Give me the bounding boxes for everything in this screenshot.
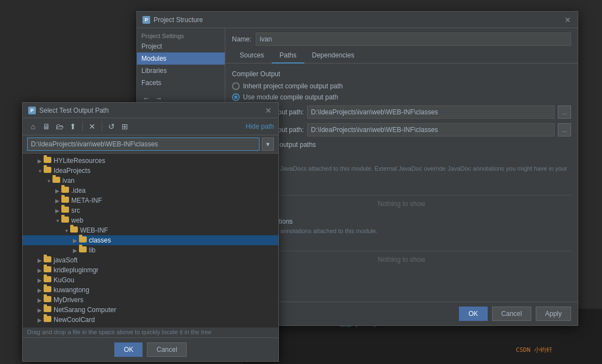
tree-item-idea[interactable]: ▶ .idea [23,186,278,196]
sp-close-button[interactable]: ✕ [264,106,273,115]
output-path-browse-button[interactable]: … [558,105,571,119]
radio-inherit[interactable]: Inherit project compile output path [232,82,571,90]
folder-icon [44,276,51,284]
tree-item-NetSarang[interactable]: ▶ NetSarang Computer [23,305,278,315]
toggle-WEB-INF[interactable]: ▾ [62,228,70,234]
tree-item-javaSoft[interactable]: ▶ javaSoft [23,255,278,265]
tree-label-src: src [71,207,80,214]
toggle-idea[interactable]: ▶ [54,188,61,194]
test-output-path-row: Test output path: … [232,123,571,136]
toggle-MyDrivers[interactable]: ▶ [36,297,44,303]
sidebar-item-modules[interactable]: Modules [137,52,225,65]
tree-label-web: web [71,217,83,224]
test-output-path-browse-button[interactable]: … [558,123,571,136]
sp-ok-button[interactable]: OK [114,342,142,357]
toggle-classes[interactable]: ▶ [71,238,79,244]
tree-item-NewCoolCard[interactable]: ▶ NewCoolCard [23,315,278,325]
ps-tabs: Sources Paths Dependencies [225,48,578,64]
sidebar-item-libraries[interactable]: Libraries [137,65,225,77]
folder-icon [44,256,51,264]
tree-item-kridlepluginmgr[interactable]: ▶ kridlepluginmgr [23,265,278,275]
tab-dependencies[interactable]: Dependencies [304,48,362,64]
tree-label-kridlepluginmgr: kridlepluginmgr [54,266,98,274]
tree-item-MyDrivers[interactable]: ▶ MyDrivers [23,295,278,305]
toolbar-home-button[interactable]: ⌂ [27,120,39,133]
external-annotations-desc: Manage external annotations attached to … [232,228,571,234]
toggle-kridlepluginmgr[interactable]: ▶ [36,267,44,273]
tree-item-HYLiteResources[interactable]: ▶ HYLiteResources [23,156,278,166]
external-annotations-section: External Annotations Manage external ann… [232,218,571,268]
toggle-web[interactable]: ▾ [54,218,61,224]
tree-label-ivan: ivan [62,177,75,184]
tree-item-META-INF[interactable]: ▶ META-INF [23,196,278,205]
tree-label-HYLiteResources: HYLiteResources [54,157,105,165]
tree-label-kuwangtong: kuwangtong [54,286,89,294]
toolbar-refresh-button[interactable]: ↺ [105,120,118,133]
tree-item-web[interactable]: ▾ web [23,215,278,225]
apply-button[interactable]: Apply [536,307,571,321]
cancel-button[interactable]: Cancel [492,307,531,321]
sp-title-text: Select Test Output Path [39,107,109,114]
tree-label-javaSoft: javaSoft [54,256,77,264]
tab-sources[interactable]: Sources [232,48,272,64]
test-output-path-input[interactable] [307,123,555,136]
tree-item-src[interactable]: ▶ src [23,205,278,215]
toggle-javaSoft[interactable]: ▶ [36,257,44,263]
toggle-NewCoolCard[interactable]: ▶ [36,317,44,323]
tree-item-KuGou[interactable]: ▶ KuGou [23,275,278,285]
tree-label-MyDrivers: MyDrivers [54,296,83,304]
ok-button[interactable]: OK [459,307,487,321]
toggle-kuwangtong[interactable]: ▶ [36,287,44,293]
name-input[interactable] [256,33,571,46]
toggle-IdeaProjects[interactable]: ▾ [36,168,44,174]
folder-icon [70,226,78,234]
toggle-ivan[interactable]: ▾ [45,178,52,184]
radio-module[interactable]: Use module compile output path [232,93,571,101]
tree-item-ivan[interactable]: ▾ ivan [23,176,278,186]
tree-item-kuwangtong[interactable]: ▶ kuwangtong [23,285,278,295]
folder-icon [61,217,69,224]
toolbar-separator-1 [82,122,83,131]
toggle-META-INF[interactable]: ▶ [54,198,61,204]
toggle-lib[interactable]: ▶ [71,247,79,254]
tree-item-WEB-INF[interactable]: ▾ WEB-INF [23,225,278,235]
dialog-close-button[interactable]: ✕ [563,15,572,24]
radio-inherit-label: Inherit project compile output path [243,82,343,90]
toolbar-up-button[interactable]: ⬆ [67,120,79,133]
javadoc-desc: Manage external JavaDocs attached to thi… [232,165,571,178]
hide-path-link[interactable]: Hide path [246,123,274,130]
sp-footer: OK Cancel [23,337,278,361]
sp-cancel-button[interactable]: Cancel [147,342,186,357]
sidebar-item-project[interactable]: Project [137,40,225,52]
toggle-KuGou[interactable]: ▶ [36,277,44,283]
tree-item-lib[interactable]: ▶ lib [23,245,278,255]
name-label: Name: [232,35,251,43]
sp-path-input[interactable] [27,138,260,151]
output-path-input[interactable] [307,105,555,119]
tree-item-classes[interactable]: ▶ classes [23,235,278,245]
toolbar-desktop-button[interactable]: 🖥 [40,120,52,133]
toggle-HYLiteResources[interactable]: ▶ [36,158,44,164]
tab-paths[interactable]: Paths [272,48,304,64]
radio-circle-inherit [232,82,240,90]
folder-icon [44,157,51,165]
dialog-title-left: P Project Structure [142,16,203,24]
output-path-row: Output path: … [232,105,571,119]
tree-item-IdeaProjects[interactable]: ▾ IdeaProjects [23,166,278,176]
folder-icon [44,316,51,324]
toggle-src[interactable]: ▶ [54,208,61,214]
toggle-NetSarang[interactable]: ▶ [36,307,44,313]
sp-path-dropdown-button[interactable]: ▾ [262,138,274,151]
folder-icon [44,306,51,314]
folder-icon [79,236,87,244]
ext-annotations-toolbar: + − [232,238,571,249]
sp-path-row: ▾ [23,135,278,154]
toolbar-new-folder-button[interactable]: 🗁 [54,120,66,133]
sidebar-item-facets[interactable]: Facets [137,77,225,89]
select-path-dialog: P Select Test Output Path ✕ ⌂ 🖥 🗁 ⬆ ✕ ↺ … [22,102,279,362]
toolbar-delete-button[interactable]: ✕ [86,120,98,133]
sp-title-left: P Select Test Output Path [28,107,109,114]
javadoc-section: JavaDoc Manage external JavaDocs attache… [232,155,571,212]
sp-title-icon: P [28,107,36,114]
toolbar-expand-button[interactable]: ⊞ [119,120,131,133]
